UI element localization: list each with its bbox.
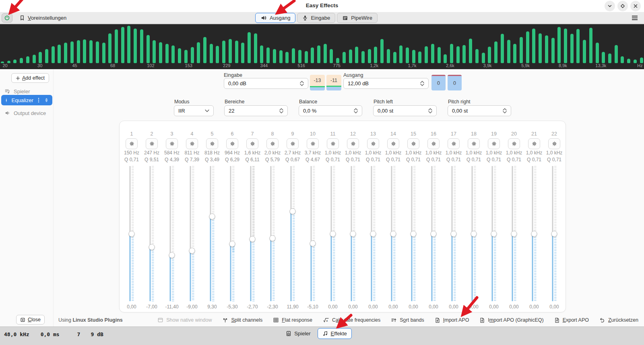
slider-thumb[interactable] <box>531 231 537 237</box>
band-settings-button[interactable] <box>166 138 178 149</box>
slider-thumb[interactable] <box>129 231 135 237</box>
band-settings-button[interactable] <box>307 138 319 149</box>
slider-thumb[interactable] <box>411 231 417 237</box>
slider-thumb[interactable] <box>250 236 256 242</box>
slider-thumb[interactable] <box>169 252 175 258</box>
spin-arrows-icon[interactable] <box>428 108 432 113</box>
menu-button[interactable] <box>629 13 641 23</box>
slider-thumb[interactable] <box>431 231 437 237</box>
band-gain-slider[interactable] <box>411 166 417 301</box>
band-gain-slider[interactable] <box>270 166 276 301</box>
toolbar-button-c-alculate-frequencies[interactable]: aCalculate frequencies <box>323 317 380 323</box>
band-gain-slider[interactable] <box>250 166 256 301</box>
band-settings-button[interactable] <box>266 138 279 149</box>
band-gain-slider[interactable] <box>350 166 356 301</box>
band-settings-button[interactable] <box>448 138 460 149</box>
band-gain-slider[interactable] <box>330 166 336 301</box>
tab-effekte-bottom[interactable]: Effekte <box>318 328 352 339</box>
slider-thumb[interactable] <box>551 231 557 237</box>
maximize-button[interactable] <box>617 1 628 11</box>
band-gain-slider[interactable] <box>511 166 517 301</box>
slider-thumb[interactable] <box>491 231 497 237</box>
slider-thumb[interactable] <box>189 248 195 254</box>
band-gain-slider[interactable] <box>531 166 537 301</box>
tab-ausgang[interactable]: Ausgang <box>255 13 295 23</box>
slider-thumb[interactable] <box>290 208 296 214</box>
tab-pipewire[interactable]: PipeWire <box>337 13 378 23</box>
spin-arrows-icon[interactable] <box>279 108 283 113</box>
band-gain-slider[interactable] <box>149 166 155 301</box>
band-settings-button[interactable] <box>528 138 540 149</box>
band-settings-button[interactable] <box>246 138 258 149</box>
spin-arrows-icon[interactable] <box>354 108 358 113</box>
band-gain-slider[interactable] <box>491 166 497 301</box>
band-settings-button[interactable] <box>367 138 379 149</box>
effect-menu-button[interactable] <box>37 97 41 103</box>
band-settings-button[interactable] <box>468 138 480 149</box>
toolbar-button-export-apo[interactable]: Export APO <box>554 317 589 323</box>
band-settings-button[interactable] <box>508 138 520 149</box>
band-settings-button[interactable] <box>387 138 399 149</box>
band-settings-button[interactable] <box>347 138 359 149</box>
input-gain-spinbox[interactable]: 0,00 dB <box>224 78 308 89</box>
band-gain-slider[interactable] <box>471 166 477 301</box>
slider-thumb[interactable] <box>390 231 396 237</box>
output-gain-spinbox[interactable]: 12,00 dB <box>343 78 429 89</box>
slider-thumb[interactable] <box>350 231 356 237</box>
band-gain-slider[interactable] <box>390 166 396 301</box>
band-settings-button[interactable] <box>226 138 238 149</box>
spin-arrows-icon[interactable] <box>420 81 424 86</box>
sidebar-item-output-device[interactable]: Output device <box>1 108 52 118</box>
band-gain-slider[interactable] <box>310 166 316 301</box>
band-gain-slider[interactable] <box>451 166 457 301</box>
mode-dropdown[interactable]: IIR <box>174 105 214 116</box>
band-gain-slider[interactable] <box>431 166 437 301</box>
band-gain-slider[interactable] <box>209 166 215 301</box>
toolbar-button-flat-response[interactable]: Flat response <box>273 317 312 323</box>
sidebar-item-equalizer[interactable]: Equalizer <box>1 95 52 105</box>
band-settings-button[interactable] <box>186 138 198 149</box>
slider-thumb[interactable] <box>270 235 276 241</box>
slider-thumb[interactable] <box>229 241 235 247</box>
band-settings-button[interactable] <box>407 138 419 149</box>
band-settings-button[interactable] <box>206 138 218 149</box>
tab-eingabe[interactable]: Eingabe <box>297 13 335 23</box>
spin-arrows-icon[interactable] <box>300 81 304 86</box>
band-settings-button[interactable] <box>427 138 440 149</box>
drag-handle[interactable] <box>44 97 49 103</box>
toolbar-button-import-apo[interactable]: Import APO <box>435 317 469 323</box>
tab-spieler-bottom[interactable]: Spieler <box>281 328 315 339</box>
spin-arrows-icon[interactable] <box>503 108 507 113</box>
slider-thumb[interactable] <box>511 231 517 237</box>
slider-thumb[interactable] <box>471 231 477 237</box>
band-gain-slider[interactable] <box>551 166 557 301</box>
band-settings-button[interactable] <box>548 138 560 149</box>
slider-thumb[interactable] <box>209 214 215 220</box>
close-button[interactable] <box>630 1 641 11</box>
toolbar-button-s-ort-bands[interactable]: Sort bands <box>391 317 424 323</box>
band-settings-button[interactable] <box>126 138 138 149</box>
slider-thumb[interactable] <box>330 231 336 237</box>
toolbar-button-zur-cksetzen[interactable]: Zurücksetzen <box>599 317 638 323</box>
slider-thumb[interactable] <box>451 231 457 237</box>
pitch-left-spinbox[interactable]: 0,00 st <box>373 105 437 116</box>
band-gain-slider[interactable] <box>290 166 296 301</box>
toolbar-button-split-channels[interactable]: Split channels <box>222 317 262 323</box>
add-effect-button[interactable]: Add effect <box>11 73 49 83</box>
balance-spinbox[interactable]: 0,0 % <box>299 105 362 116</box>
band-gain-slider[interactable] <box>370 166 376 301</box>
band-settings-button[interactable] <box>488 138 500 149</box>
band-gain-slider[interactable] <box>189 166 195 301</box>
band-gain-slider[interactable] <box>169 166 175 301</box>
slider-thumb[interactable] <box>310 240 316 246</box>
band-gain-slider[interactable] <box>229 166 235 301</box>
minimize-button[interactable] <box>605 1 615 11</box>
slider-thumb[interactable] <box>149 244 155 250</box>
band-settings-button[interactable] <box>146 138 158 149</box>
pitch-right-spinbox[interactable]: 0,00 st <box>448 105 511 116</box>
slider-thumb[interactable] <box>370 231 376 237</box>
band-settings-button[interactable] <box>327 138 339 149</box>
band-settings-button[interactable] <box>287 138 299 149</box>
bands-spinbox[interactable]: 22 <box>224 105 288 116</box>
toolbar-button-i-mport-apo-graphiceq[interactable]: Import APO (GraphicEQ) <box>479 317 543 323</box>
